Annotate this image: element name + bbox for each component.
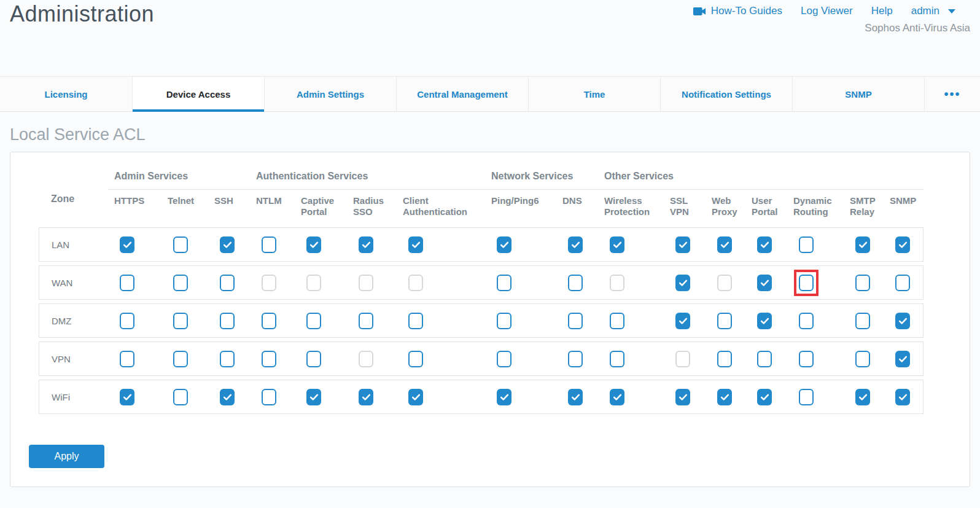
- cell-dmz-dynamic-routing: [788, 308, 844, 334]
- checkbox-wan-dns[interactable]: [568, 275, 583, 291]
- help-link[interactable]: Help: [871, 5, 893, 17]
- checkbox-wan-user-portal[interactable]: [757, 275, 772, 291]
- checkbox-vpn-user-portal[interactable]: [757, 351, 772, 367]
- cell-vpn-radius-sso: [348, 346, 397, 372]
- checkbox-dmz-dynamic-routing[interactable]: [799, 313, 814, 329]
- checkbox-lan-web-proxy[interactable]: [717, 236, 732, 253]
- checkbox-wrap: [563, 270, 588, 296]
- cell-lan-dynamic-routing: [788, 232, 844, 258]
- log-viewer-link[interactable]: Log Viewer: [801, 5, 853, 17]
- checkbox-wifi-dns[interactable]: [568, 389, 583, 405]
- checkbox-wifi-user-portal[interactable]: [757, 389, 772, 405]
- checkbox-wifi-ntlm[interactable]: [262, 389, 276, 405]
- checkbox-dmz-ping-ping6[interactable]: [497, 313, 511, 329]
- checkbox-vpn-smtp-relay[interactable]: [855, 351, 870, 367]
- tab-admin-settings[interactable]: Admin Settings: [264, 77, 396, 111]
- checkbox-vpn-https[interactable]: [120, 351, 134, 367]
- checkbox-lan-https[interactable]: [120, 236, 134, 253]
- tab-central-management[interactable]: Central Management: [396, 77, 528, 111]
- checkbox-vpn-dynamic-routing[interactable]: [799, 351, 814, 367]
- checkbox-lan-ssl-vpn[interactable]: [675, 236, 690, 253]
- checkbox-lan-wireless-protection[interactable]: [610, 236, 624, 253]
- checkbox-wan-https[interactable]: [120, 275, 134, 291]
- checkbox-lan-radius-sso[interactable]: [359, 236, 373, 253]
- checkbox-lan-client-authentication[interactable]: [408, 236, 423, 253]
- checkbox-wrap: [712, 270, 737, 296]
- tab-time[interactable]: Time: [528, 77, 660, 111]
- more-tabs-button[interactable]: •••: [924, 77, 980, 111]
- col-ntlm: NTLM: [250, 190, 295, 227]
- cell-lan-captive-portal: [295, 232, 348, 258]
- checkbox-dmz-ssl-vpn[interactable]: [675, 313, 690, 329]
- checkbox-wifi-snmp[interactable]: [895, 389, 910, 405]
- checkbox-wan-smtp-relay[interactable]: [855, 275, 870, 291]
- checkbox-wifi-radius-sso[interactable]: [359, 389, 373, 405]
- checkbox-wifi-dynamic-routing[interactable]: [799, 389, 814, 405]
- checkbox-wan-snmp[interactable]: [895, 275, 910, 291]
- checkbox-lan-ping-ping6[interactable]: [497, 236, 511, 253]
- checkbox-lan-ntlm[interactable]: [262, 236, 276, 253]
- checkbox-lan-smtp-relay[interactable]: [855, 236, 870, 253]
- checkbox-dmz-https[interactable]: [120, 313, 134, 329]
- checkbox-dmz-dns[interactable]: [568, 313, 583, 329]
- checkbox-lan-telnet[interactable]: [173, 236, 188, 253]
- howto-guides-link[interactable]: How-To Guides: [693, 5, 782, 17]
- tab-notification-settings[interactable]: Notification Settings: [660, 77, 792, 111]
- checkbox-vpn-client-authentication[interactable]: [408, 351, 423, 367]
- checkbox-lan-snmp[interactable]: [895, 236, 910, 253]
- checkbox-wifi-captive-portal[interactable]: [306, 389, 321, 405]
- checkbox-vpn-captive-portal[interactable]: [306, 351, 321, 367]
- checkbox-vpn-ssh[interactable]: [220, 351, 235, 367]
- checkbox-wan-dynamic-routing[interactable]: [799, 275, 814, 291]
- section-title: Local Service ACL: [10, 125, 980, 144]
- checkbox-wifi-ssl-vpn[interactable]: [675, 389, 690, 405]
- checkbox-wrap: [301, 232, 326, 258]
- tab-licensing[interactable]: Licensing: [0, 77, 132, 111]
- checkbox-wan-ping-ping6[interactable]: [497, 275, 511, 291]
- checkbox-lan-dns[interactable]: [568, 236, 583, 253]
- checkbox-vpn-ping-ping6[interactable]: [497, 351, 511, 367]
- checkbox-dmz-user-portal[interactable]: [757, 313, 772, 329]
- checkbox-wan-ssh[interactable]: [220, 275, 235, 291]
- checkbox-vpn-wireless-protection[interactable]: [610, 351, 624, 367]
- checkbox-wifi-ping-ping6[interactable]: [497, 389, 511, 405]
- admin-user-menu[interactable]: admin: [911, 5, 955, 17]
- checkbox-wifi-telnet[interactable]: [173, 389, 188, 405]
- checkbox-wrap: [168, 346, 193, 372]
- checkbox-vpn-web-proxy[interactable]: [717, 351, 732, 367]
- checkbox-wan-telnet[interactable]: [173, 275, 188, 291]
- checkbox-vpn-snmp[interactable]: [895, 351, 910, 367]
- checkbox-wifi-wireless-protection[interactable]: [610, 389, 624, 405]
- checkbox-wifi-ssh[interactable]: [220, 389, 235, 405]
- checkbox-lan-ssh[interactable]: [220, 236, 235, 253]
- checkbox-wifi-web-proxy[interactable]: [717, 389, 732, 405]
- checkbox-wifi-https[interactable]: [120, 389, 134, 405]
- cell-wan-client-authentication: [397, 270, 486, 296]
- checkbox-lan-captive-portal[interactable]: [306, 236, 321, 253]
- checkbox-wifi-smtp-relay[interactable]: [855, 389, 870, 405]
- cell-wan-captive-portal: [295, 270, 348, 296]
- checkbox-dmz-snmp[interactable]: [895, 313, 910, 329]
- checkbox-dmz-radius-sso[interactable]: [359, 313, 373, 329]
- checkbox-dmz-ssh[interactable]: [220, 313, 235, 329]
- checkbox-vpn-telnet[interactable]: [173, 351, 188, 367]
- checkbox-dmz-smtp-relay[interactable]: [855, 313, 870, 329]
- checkbox-dmz-telnet[interactable]: [173, 313, 188, 329]
- checkbox-vpn-ntlm[interactable]: [262, 351, 276, 367]
- checkbox-wifi-client-authentication[interactable]: [408, 389, 423, 405]
- col-captive-portal: Captive Portal: [295, 190, 347, 227]
- checkbox-wrap: [257, 308, 281, 334]
- checkbox-dmz-client-authentication[interactable]: [408, 313, 423, 329]
- tab-snmp[interactable]: SNMP: [792, 77, 924, 111]
- checkbox-lan-user-portal[interactable]: [757, 236, 772, 253]
- tab-device-access[interactable]: Device Access: [132, 77, 264, 111]
- checkbox-lan-dynamic-routing[interactable]: [799, 236, 814, 253]
- apply-button[interactable]: Apply: [29, 445, 104, 468]
- checkbox-dmz-captive-portal[interactable]: [306, 313, 321, 329]
- checkbox-dmz-web-proxy[interactable]: [717, 313, 732, 329]
- checkbox-wan-ssl-vpn[interactable]: [675, 275, 690, 291]
- checkbox-dmz-ntlm[interactable]: [262, 313, 276, 329]
- checkbox-dmz-wireless-protection[interactable]: [610, 313, 624, 329]
- tab-bar: Licensing Device Access Admin Settings C…: [0, 76, 980, 112]
- checkbox-vpn-dns[interactable]: [568, 351, 583, 367]
